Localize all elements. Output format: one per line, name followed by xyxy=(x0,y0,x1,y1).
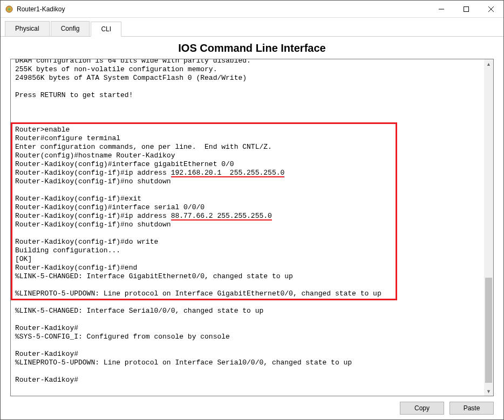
terminal-line: %LINEPROTO-5-UPDOWN: Line protocol on In… xyxy=(15,290,382,298)
terminal-line: %SYS-5-CONFIG_I: Configured from console… xyxy=(15,333,230,341)
terminal-line xyxy=(15,82,19,91)
terminal[interactable]: DRAM configuration is 64 bits wide with … xyxy=(10,59,494,396)
terminal-line: Enter configuration commands, one per li… xyxy=(15,143,272,152)
terminal-line: Router-Kadikoy(config)#interface serial … xyxy=(15,203,205,212)
terminal-line xyxy=(15,229,19,238)
terminal-line xyxy=(15,281,19,290)
tab-physical[interactable]: Physical xyxy=(5,21,50,36)
terminal-line: DRAM configuration is 64 bits wide with … xyxy=(15,59,251,65)
page-title: IOS Command Line Interface xyxy=(1,42,503,54)
terminal-line: Building configuration... xyxy=(15,246,120,255)
terminal-line: Router-Kadikoy(config)#interface gigabit… xyxy=(15,160,234,169)
terminal-line: [OK] xyxy=(15,255,32,264)
terminal-line: Router(config)#hostname Router-Kadikoy xyxy=(15,152,175,160)
terminal-line xyxy=(15,367,19,376)
minimize-button[interactable] xyxy=(429,1,454,17)
tab-cli[interactable]: CLI xyxy=(91,22,121,37)
close-button[interactable] xyxy=(479,1,503,17)
terminal-line xyxy=(15,298,19,307)
svg-rect-1 xyxy=(464,6,469,11)
terminal-line: Router-Kadikoy(config-if)#ip address 192… xyxy=(15,169,284,177)
copy-button[interactable]: Copy xyxy=(400,402,444,415)
router-icon xyxy=(5,5,13,13)
scrollbar-down-arrow[interactable]: ▼ xyxy=(484,387,493,396)
terminal-line: Router-Kadikoy# xyxy=(15,324,78,333)
scrollbar-thumb[interactable] xyxy=(485,278,492,383)
terminal-line xyxy=(15,100,19,108)
window-title: Router1-Kadikoy xyxy=(17,5,429,13)
tab-config[interactable]: Config xyxy=(51,21,90,36)
terminal-scrollbar[interactable]: ▲ ▼ xyxy=(484,59,493,396)
terminal-wrap: DRAM configuration is 64 bits wide with … xyxy=(10,59,494,396)
scrollbar-up-arrow[interactable]: ▲ xyxy=(484,59,493,68)
terminal-line: Router-Kadikoy(config-if)#exit xyxy=(15,195,141,203)
window-controls xyxy=(429,1,503,17)
terminal-line: %LINK-5-CHANGED: Interface GigabitEthern… xyxy=(15,272,293,281)
terminal-line: %LINK-5-CHANGED: Interface Serial0/0/0, … xyxy=(15,307,263,315)
terminal-line: Router-Kadikoy(config-if)#ip address 88.… xyxy=(15,212,272,221)
terminal-line xyxy=(15,117,19,126)
terminal-line: Router-Kadikoy(config-if)#no shutdown xyxy=(15,177,171,186)
terminal-line: Router-Kadikoy(config-if)#do write xyxy=(15,238,158,246)
terminal-line: Router-Kadikoy(config-if)#no shutdown xyxy=(15,221,171,229)
paste-button[interactable]: Paste xyxy=(449,402,494,415)
terminal-line xyxy=(15,341,19,350)
heading-wrap: IOS Command Line Interface xyxy=(1,37,503,59)
terminal-line xyxy=(15,315,19,324)
terminal-line xyxy=(15,108,19,117)
terminal-line: %LINEPROTO-5-UPDOWN: Line protocol on In… xyxy=(15,359,352,367)
terminal-line: 249856K bytes of ATA System CompactFlash… xyxy=(15,74,247,82)
maximize-button[interactable] xyxy=(454,1,479,17)
titlebar: Router1-Kadikoy xyxy=(1,1,503,18)
terminal-line: Router-Kadikoy# xyxy=(15,376,78,384)
terminal-line: Router-Kadikoy(config-if)#end xyxy=(15,264,137,272)
terminal-line xyxy=(15,186,19,195)
terminal-line: Router-Kadikoy# xyxy=(15,350,78,359)
terminal-line: Router#configure terminal xyxy=(15,134,120,143)
button-row: Copy Paste xyxy=(1,402,503,420)
tab-bar: Physical Config CLI xyxy=(1,18,503,37)
terminal-line: 255K bytes of non-volatile configuration… xyxy=(15,65,217,74)
terminal-line: Router>enable xyxy=(15,126,70,134)
terminal-line: Press RETURN to get started! xyxy=(15,91,133,100)
